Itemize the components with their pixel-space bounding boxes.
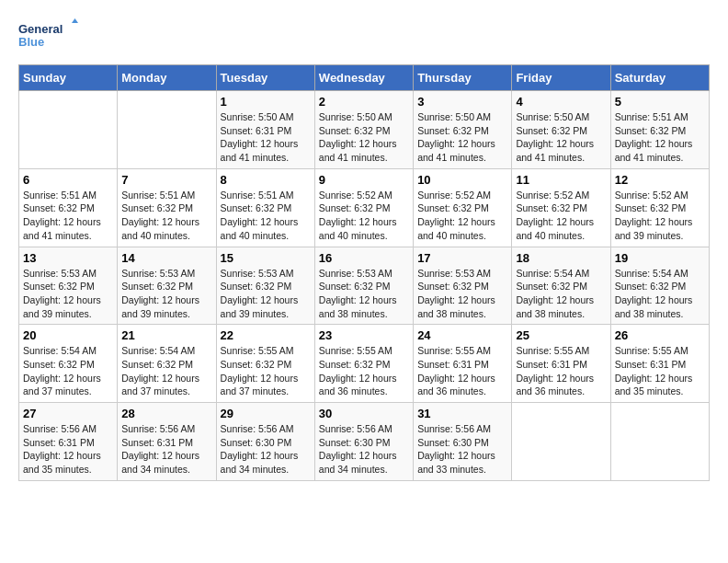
day-number: 16	[319, 251, 409, 265]
day-number: 2	[319, 95, 409, 109]
day-cell: 3Sunrise: 5:50 AM Sunset: 6:32 PM Daylig…	[414, 91, 512, 169]
day-cell: 29Sunrise: 5:56 AM Sunset: 6:30 PM Dayli…	[216, 403, 314, 481]
calendar-table: SundayMondayTuesdayWednesdayThursdayFrid…	[18, 64, 710, 481]
day-cell: 23Sunrise: 5:55 AM Sunset: 6:32 PM Dayli…	[314, 325, 413, 403]
header-friday: Friday	[512, 65, 610, 91]
day-number: 1	[221, 95, 311, 109]
day-cell: 17Sunrise: 5:53 AM Sunset: 6:32 PM Dayli…	[414, 247, 512, 325]
day-info: Sunrise: 5:55 AM Sunset: 6:31 PM Dayligh…	[417, 344, 507, 398]
day-cell: 7Sunrise: 5:51 AM Sunset: 6:32 PM Daylig…	[118, 168, 216, 247]
day-number: 18	[516, 251, 606, 265]
day-cell: 10Sunrise: 5:52 AM Sunset: 6:32 PM Dayli…	[414, 168, 512, 247]
day-cell: 11Sunrise: 5:52 AM Sunset: 6:32 PM Dayli…	[512, 168, 610, 247]
day-number: 7	[121, 173, 211, 187]
day-info: Sunrise: 5:53 AM Sunset: 6:32 PM Dayligh…	[319, 267, 409, 321]
logo: General Blue	[18, 18, 83, 55]
day-number: 12	[615, 173, 705, 187]
day-info: Sunrise: 5:50 AM Sunset: 6:31 PM Dayligh…	[221, 110, 311, 165]
day-number: 10	[417, 173, 507, 187]
page-header: General Blue	[18, 18, 710, 55]
day-info: Sunrise: 5:52 AM Sunset: 6:32 PM Dayligh…	[615, 189, 705, 243]
day-info: Sunrise: 5:56 AM Sunset: 6:31 PM Dayligh…	[23, 422, 113, 477]
day-cell: 21Sunrise: 5:54 AM Sunset: 6:32 PM Dayli…	[118, 325, 216, 403]
day-cell: 6Sunrise: 5:51 AM Sunset: 6:32 PM Daylig…	[19, 168, 118, 247]
day-info: Sunrise: 5:50 AM Sunset: 6:32 PM Dayligh…	[319, 110, 409, 165]
svg-marker-2	[72, 18, 78, 23]
day-cell: 24Sunrise: 5:55 AM Sunset: 6:31 PM Dayli…	[414, 325, 512, 403]
svg-text:Blue: Blue	[18, 35, 44, 49]
day-cell: 31Sunrise: 5:56 AM Sunset: 6:30 PM Dayli…	[414, 403, 512, 481]
svg-text:General: General	[18, 22, 63, 36]
day-info: Sunrise: 5:53 AM Sunset: 6:32 PM Dayligh…	[121, 267, 211, 321]
day-cell	[512, 403, 610, 481]
day-number: 22	[221, 328, 311, 342]
day-cell: 25Sunrise: 5:55 AM Sunset: 6:31 PM Dayli…	[512, 325, 610, 403]
week-row-2: 6Sunrise: 5:51 AM Sunset: 6:32 PM Daylig…	[19, 168, 710, 247]
day-cell: 2Sunrise: 5:50 AM Sunset: 6:32 PM Daylig…	[314, 91, 413, 169]
day-cell: 16Sunrise: 5:53 AM Sunset: 6:32 PM Dayli…	[314, 247, 413, 325]
calendar-header: SundayMondayTuesdayWednesdayThursdayFrid…	[19, 65, 710, 91]
day-cell: 15Sunrise: 5:53 AM Sunset: 6:32 PM Dayli…	[216, 247, 314, 325]
day-number: 19	[615, 251, 705, 265]
day-cell: 4Sunrise: 5:50 AM Sunset: 6:32 PM Daylig…	[512, 91, 610, 169]
day-cell: 18Sunrise: 5:54 AM Sunset: 6:32 PM Dayli…	[512, 247, 610, 325]
day-number: 21	[121, 328, 211, 342]
day-cell: 20Sunrise: 5:54 AM Sunset: 6:32 PM Dayli…	[19, 325, 118, 403]
day-number: 26	[615, 328, 705, 342]
day-number: 9	[319, 173, 409, 187]
day-number: 15	[221, 251, 311, 265]
day-info: Sunrise: 5:51 AM Sunset: 6:32 PM Dayligh…	[221, 189, 311, 243]
day-info: Sunrise: 5:52 AM Sunset: 6:32 PM Dayligh…	[516, 189, 606, 243]
week-row-3: 13Sunrise: 5:53 AM Sunset: 6:32 PM Dayli…	[19, 247, 710, 325]
day-cell: 19Sunrise: 5:54 AM Sunset: 6:32 PM Dayli…	[610, 247, 709, 325]
day-info: Sunrise: 5:56 AM Sunset: 6:30 PM Dayligh…	[319, 422, 409, 477]
day-cell: 1Sunrise: 5:50 AM Sunset: 6:31 PM Daylig…	[216, 91, 314, 169]
day-cell	[610, 403, 709, 481]
header-thursday: Thursday	[414, 65, 512, 91]
day-cell: 30Sunrise: 5:56 AM Sunset: 6:30 PM Dayli…	[314, 403, 413, 481]
header-monday: Monday	[118, 65, 216, 91]
day-info: Sunrise: 5:53 AM Sunset: 6:32 PM Dayligh…	[23, 267, 113, 321]
day-number: 8	[221, 173, 311, 187]
day-cell	[118, 91, 216, 169]
day-number: 25	[516, 328, 606, 342]
calendar-body: 1Sunrise: 5:50 AM Sunset: 6:31 PM Daylig…	[19, 91, 710, 481]
day-number: 14	[121, 251, 211, 265]
day-info: Sunrise: 5:54 AM Sunset: 6:32 PM Dayligh…	[121, 344, 211, 398]
day-number: 3	[417, 95, 507, 109]
day-number: 29	[221, 407, 311, 420]
day-info: Sunrise: 5:53 AM Sunset: 6:32 PM Dayligh…	[417, 267, 507, 321]
header-saturday: Saturday	[610, 65, 709, 91]
logo-svg: General Blue	[18, 18, 83, 55]
day-cell: 13Sunrise: 5:53 AM Sunset: 6:32 PM Dayli…	[19, 247, 118, 325]
day-cell: 22Sunrise: 5:55 AM Sunset: 6:32 PM Dayli…	[216, 325, 314, 403]
day-cell	[19, 91, 118, 169]
header-sunday: Sunday	[19, 65, 118, 91]
day-cell: 12Sunrise: 5:52 AM Sunset: 6:32 PM Dayli…	[610, 168, 709, 247]
day-info: Sunrise: 5:54 AM Sunset: 6:32 PM Dayligh…	[615, 267, 705, 321]
day-info: Sunrise: 5:52 AM Sunset: 6:32 PM Dayligh…	[319, 189, 409, 243]
week-row-4: 20Sunrise: 5:54 AM Sunset: 6:32 PM Dayli…	[19, 325, 710, 403]
day-info: Sunrise: 5:55 AM Sunset: 6:32 PM Dayligh…	[319, 344, 409, 398]
day-cell: 14Sunrise: 5:53 AM Sunset: 6:32 PM Dayli…	[118, 247, 216, 325]
day-number: 6	[23, 173, 113, 187]
day-number: 17	[417, 251, 507, 265]
day-info: Sunrise: 5:51 AM Sunset: 6:32 PM Dayligh…	[121, 189, 211, 243]
day-info: Sunrise: 5:53 AM Sunset: 6:32 PM Dayligh…	[221, 267, 311, 321]
day-number: 27	[23, 407, 113, 420]
day-cell: 27Sunrise: 5:56 AM Sunset: 6:31 PM Dayli…	[19, 403, 118, 481]
day-info: Sunrise: 5:52 AM Sunset: 6:32 PM Dayligh…	[417, 189, 507, 243]
day-number: 20	[23, 328, 113, 342]
header-tuesday: Tuesday	[216, 65, 314, 91]
day-number: 11	[516, 173, 606, 187]
day-info: Sunrise: 5:50 AM Sunset: 6:32 PM Dayligh…	[417, 110, 507, 165]
day-cell: 8Sunrise: 5:51 AM Sunset: 6:32 PM Daylig…	[216, 168, 314, 247]
day-number: 23	[319, 328, 409, 342]
day-cell: 5Sunrise: 5:51 AM Sunset: 6:32 PM Daylig…	[610, 91, 709, 169]
day-info: Sunrise: 5:55 AM Sunset: 6:32 PM Dayligh…	[221, 344, 311, 398]
day-info: Sunrise: 5:56 AM Sunset: 6:30 PM Dayligh…	[417, 422, 507, 477]
header-row: SundayMondayTuesdayWednesdayThursdayFrid…	[19, 65, 710, 91]
week-row-1: 1Sunrise: 5:50 AM Sunset: 6:31 PM Daylig…	[19, 91, 710, 169]
day-info: Sunrise: 5:54 AM Sunset: 6:32 PM Dayligh…	[23, 344, 113, 398]
day-info: Sunrise: 5:56 AM Sunset: 6:30 PM Dayligh…	[221, 422, 311, 477]
